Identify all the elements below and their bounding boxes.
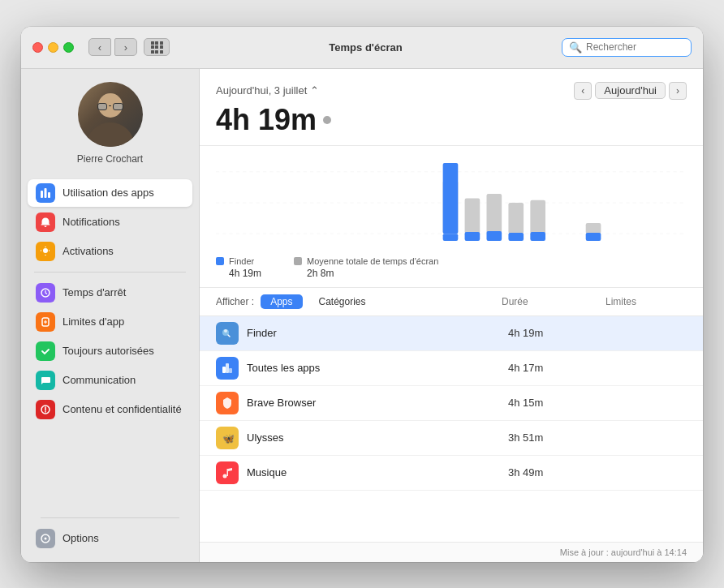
notifications-icon bbox=[36, 212, 55, 232]
table-section: Afficher : Apps Catégories Durée Limites bbox=[200, 288, 703, 542]
maximize-button[interactable] bbox=[63, 42, 74, 53]
legend-text-finder: Finder bbox=[229, 256, 254, 266]
svg-rect-2 bbox=[48, 192, 50, 198]
legend-item-avg: Moyenne totale de temps d'écran 2h 8m bbox=[294, 256, 438, 279]
allapps-icon bbox=[216, 357, 239, 380]
svg-rect-22 bbox=[508, 233, 524, 241]
content-area: Pierre Crochart Utilisation des apps Not… bbox=[21, 69, 703, 562]
left-lens bbox=[97, 103, 107, 110]
sidebar-divider bbox=[34, 272, 186, 273]
sidebar-item-notifications[interactable]: Notifications bbox=[28, 208, 192, 236]
tab-categories[interactable]: Catégories bbox=[309, 294, 376, 309]
date-text: Aujourd'hui, 3 juillet bbox=[216, 84, 307, 97]
legend-item-finder: Finder 4h 19m bbox=[216, 256, 261, 279]
legend-dot-finder bbox=[216, 257, 224, 265]
sidebar-nav-top: Utilisation des apps Notifications Activ… bbox=[21, 179, 199, 265]
sidebar-item-autorisees[interactable]: Toujours autorisées bbox=[28, 337, 192, 365]
sidebar-item-options[interactable]: Options bbox=[28, 525, 192, 552]
window-title: Temps d'écran bbox=[176, 41, 555, 54]
back-button[interactable]: ‹ bbox=[88, 38, 111, 56]
sidebar-label-notifications: Notifications bbox=[62, 216, 120, 228]
main-window: ‹ › Temps d'écran 🔍 bbox=[21, 27, 703, 562]
arret-icon bbox=[36, 283, 55, 303]
svg-rect-31 bbox=[229, 368, 232, 373]
legend-dot-avg bbox=[294, 257, 302, 265]
table-row[interactable]: Brave Browser 4h 15m bbox=[200, 386, 703, 421]
right-lens bbox=[113, 103, 123, 110]
legend-label-avg: Moyenne totale de temps d'écran bbox=[294, 256, 438, 266]
total-time: 4h 19m bbox=[216, 103, 687, 137]
legend-value-avg: 2h 8m bbox=[307, 268, 438, 279]
svg-rect-15 bbox=[508, 203, 524, 234]
traffic-lights bbox=[32, 42, 74, 53]
forward-button[interactable]: › bbox=[114, 38, 137, 56]
table-row[interactable]: Toutes les apps 4h 17m bbox=[200, 351, 703, 386]
minimize-button[interactable] bbox=[48, 42, 58, 53]
search-bar[interactable]: 🔍 bbox=[562, 38, 692, 57]
sidebar-item-communication[interactable]: Communication bbox=[28, 367, 192, 394]
music-name: Musique bbox=[247, 466, 287, 479]
svg-rect-13 bbox=[465, 198, 481, 234]
sidebar-item-contenu[interactable]: Contenu et confidentialité bbox=[28, 396, 192, 423]
sidebar-label-communication: Communication bbox=[62, 374, 136, 386]
brave-app-icon bbox=[216, 392, 239, 414]
music-app-icon bbox=[216, 461, 239, 484]
svg-rect-14 bbox=[487, 194, 502, 234]
app-cell-finder: Finder bbox=[216, 322, 508, 345]
table-row[interactable]: Musique 3h 49m bbox=[200, 456, 703, 491]
utilisation-icon bbox=[36, 183, 55, 203]
sidebar-item-activations[interactable]: Activations bbox=[28, 238, 192, 265]
sidebar-label-limites: Limites d'app bbox=[62, 315, 124, 328]
sidebar-nav-bottom: Temps d'arrêt Limites d'app Toujours aut… bbox=[21, 279, 199, 423]
col-header-limits: Limites bbox=[605, 296, 687, 307]
user-name: Pierre Crochart bbox=[77, 153, 143, 165]
autorisees-icon bbox=[36, 341, 55, 361]
svg-rect-0 bbox=[41, 191, 43, 198]
app-cell-allapps: Toutes les apps bbox=[216, 357, 508, 380]
sidebar-label-contenu: Contenu et confidentialité bbox=[62, 403, 182, 415]
svg-point-8 bbox=[45, 537, 47, 539]
total-time-value: 4h 19m bbox=[216, 103, 317, 137]
date-nav-label: Aujourd'hui bbox=[595, 82, 666, 99]
svg-rect-23 bbox=[530, 232, 545, 241]
time-indicator-dot bbox=[323, 116, 331, 124]
sidebar-item-arret[interactable]: Temps d'arrêt bbox=[28, 279, 192, 307]
svg-rect-30 bbox=[226, 363, 229, 373]
svg-rect-21 bbox=[487, 230, 502, 240]
table-row[interactable]: Finder 4h 19m bbox=[200, 316, 703, 351]
music-duration: 3h 49m bbox=[508, 466, 605, 479]
sidebar-item-limites[interactable]: Limites d'app bbox=[28, 308, 192, 336]
chart-area: Finder 4h 19m Moyenne totale de temps d'… bbox=[200, 146, 703, 288]
svg-rect-1 bbox=[45, 188, 47, 198]
svg-rect-16 bbox=[530, 200, 545, 233]
svg-rect-17 bbox=[586, 223, 601, 234]
app-cell-brave: Brave Browser bbox=[216, 392, 508, 414]
grid-view-button[interactable] bbox=[144, 38, 170, 56]
close-button[interactable] bbox=[32, 42, 43, 53]
chart-legend: Finder 4h 19m Moyenne totale de temps d'… bbox=[216, 256, 687, 279]
col-header-duration: Durée bbox=[502, 296, 599, 307]
table-row[interactable]: 🦋 Ulysses 3h 51m bbox=[200, 421, 703, 456]
options-icon bbox=[36, 529, 55, 548]
search-input[interactable] bbox=[586, 41, 684, 53]
finder-name: Finder bbox=[247, 327, 277, 339]
afficher-label: Afficher : bbox=[216, 296, 254, 307]
sidebar-label-autorisees: Toujours autorisées bbox=[62, 345, 154, 357]
chart-svg bbox=[216, 154, 687, 251]
svg-rect-19 bbox=[443, 234, 459, 241]
nav-buttons: ‹ › bbox=[88, 38, 137, 56]
table-body: Finder 4h 19m Toutes les apps bbox=[200, 316, 703, 542]
legend-text-avg: Moyenne totale de temps d'écran bbox=[307, 256, 438, 266]
date-prev-button[interactable]: ‹ bbox=[574, 82, 592, 100]
legend-label-finder: Finder bbox=[216, 256, 261, 266]
svg-rect-24 bbox=[586, 233, 601, 241]
ulysses-name: Ulysses bbox=[247, 431, 284, 444]
avatar bbox=[78, 82, 143, 147]
tab-apps[interactable]: Apps bbox=[261, 294, 302, 309]
brave-name: Brave Browser bbox=[247, 397, 316, 409]
avatar-section: Pierre Crochart bbox=[21, 82, 199, 165]
chart-container bbox=[216, 154, 687, 251]
date-next-button[interactable]: › bbox=[669, 82, 687, 100]
sidebar-item-utilisation[interactable]: Utilisation des apps bbox=[28, 179, 192, 207]
sidebar-label-options: Options bbox=[62, 532, 99, 544]
